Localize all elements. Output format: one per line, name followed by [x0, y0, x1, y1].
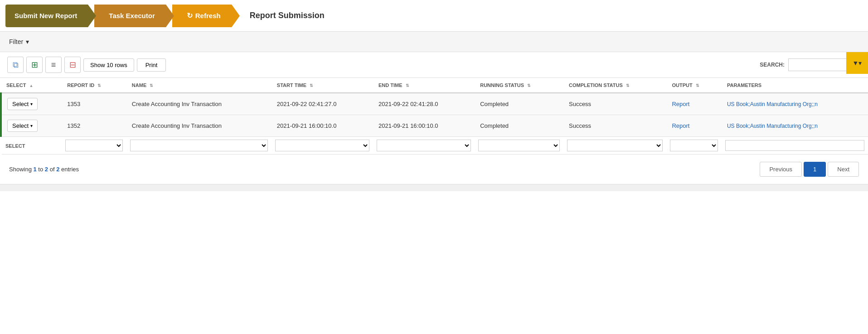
- filter-completion-status-select[interactable]: [567, 140, 663, 151]
- print-label: Print: [145, 62, 158, 68]
- search-area: SEARCH:: [760, 58, 861, 71]
- showing-to: 2: [45, 166, 48, 173]
- row1-parameters: US Book;Austin Manufacturing Org;;n: [722, 93, 868, 115]
- excel-icon: ⊞: [31, 60, 38, 70]
- pdf-button[interactable]: ⊟: [64, 57, 81, 73]
- data-table: SELECT ▲ REPORT ID ⇅ NAME ⇅ START TIME ⇅…: [0, 78, 868, 155]
- copy-icon: ⧉: [13, 60, 19, 70]
- page-1-button[interactable]: 1: [804, 162, 826, 177]
- col-toggle-icon: ▼▾: [853, 59, 862, 67]
- next-button[interactable]: Next: [828, 162, 859, 177]
- filter-report-id-cell: [62, 137, 126, 155]
- sort-name-icon: ⇅: [150, 83, 153, 88]
- filter-label: Filter: [9, 38, 23, 45]
- filter-name-select[interactable]: [130, 140, 268, 151]
- sort-output-icon: ⇅: [696, 83, 699, 88]
- next-label: Next: [837, 166, 849, 173]
- filter-name-cell: [126, 137, 272, 155]
- showing-prefix: Showing: [9, 166, 33, 173]
- column-toggle-button[interactable]: ▼▾: [846, 52, 868, 74]
- filter-end-time-select[interactable]: [377, 140, 471, 151]
- submit-new-report-button[interactable]: Submit New Report: [5, 5, 88, 27]
- filter-parameters-cell: [722, 137, 868, 155]
- col-header-running-status[interactable]: RUNNING STATUS ⇅: [475, 78, 563, 93]
- search-label: SEARCH:: [760, 62, 785, 68]
- col-header-completion-status[interactable]: COMPLETION STATUS ⇅: [563, 78, 666, 93]
- filter-running-status-select[interactable]: [478, 140, 560, 151]
- row1-output: Report: [666, 93, 721, 115]
- col-header-start-time[interactable]: START TIME ⇅: [272, 78, 373, 93]
- print-button[interactable]: Print: [137, 58, 166, 72]
- row2-parameters: US Book;Austin Manufacturing Org;;n: [722, 115, 868, 137]
- task-executor-button[interactable]: Task Executor: [94, 5, 165, 27]
- filter-button[interactable]: Filter ▾: [9, 38, 29, 45]
- filter-start-time-select[interactable]: [275, 140, 369, 151]
- row1-select-chevron-icon: ▾: [30, 102, 33, 106]
- filter-chevron-icon: ▾: [26, 38, 29, 45]
- filter-output-cell: [666, 137, 721, 155]
- refresh-button[interactable]: ↻ Refresh: [172, 5, 232, 27]
- show-rows-label: Show 10 rows: [90, 62, 127, 68]
- row1-select-button[interactable]: Select ▾: [7, 98, 38, 110]
- csv-icon: ≡: [51, 60, 56, 70]
- sort-select-icon: ▲: [29, 83, 33, 88]
- col-header-name[interactable]: NAME ⇅: [126, 78, 272, 93]
- row2-output: Report: [666, 115, 721, 137]
- table-filter-row: SELECT: [1, 137, 868, 155]
- filter-bar: Filter ▾: [0, 32, 868, 52]
- pagination-controls: Previous 1 Next: [760, 162, 859, 177]
- filter-parameters-input[interactable]: [725, 140, 864, 151]
- row1-end-time: 2021-09-22 02:41:28.0: [373, 93, 475, 115]
- sort-endtime-icon: ⇅: [406, 83, 409, 88]
- row2-report-link[interactable]: Report: [672, 122, 689, 129]
- filter-end-time-cell: [373, 137, 475, 155]
- table-row: Select ▾ 1352 Create Accounting Inv Tran…: [1, 115, 868, 137]
- page-title: Report Submission: [250, 11, 325, 20]
- copy-button[interactable]: ⧉: [7, 57, 24, 73]
- row1-start-time: 2021-09-22 02:41:27.0: [272, 93, 373, 115]
- row2-select-chevron-icon: ▾: [30, 123, 33, 128]
- row2-select-label: Select: [12, 122, 29, 129]
- previous-label: Previous: [769, 166, 792, 173]
- task-executor-label: Task Executor: [109, 12, 155, 19]
- filter-start-time-cell: [272, 137, 373, 155]
- row2-end-time: 2021-09-21 16:00:10.0: [373, 115, 475, 137]
- refresh-label: Refresh: [195, 12, 221, 19]
- row2-completion-status: Success: [563, 115, 666, 137]
- row2-select-cell: Select ▾: [1, 115, 62, 137]
- row2-start-time: 2021-09-21 16:00:10.0: [272, 115, 373, 137]
- row2-running-status: Completed: [475, 115, 563, 137]
- row1-report-link[interactable]: Report: [672, 101, 689, 107]
- toolbar: ⧉ ⊞ ≡ ⊟ Show 10 rows Print SEARCH: ▼▾: [0, 52, 868, 78]
- csv-button[interactable]: ≡: [45, 57, 62, 73]
- showing-of: 2: [56, 166, 59, 173]
- col-header-output[interactable]: OUTPUT ⇅: [666, 78, 721, 93]
- row1-select-label: Select: [12, 101, 29, 107]
- pdf-icon: ⊟: [69, 60, 76, 70]
- showing-from: 1: [33, 166, 36, 173]
- filter-completion-status-cell: [563, 137, 666, 155]
- filter-report-id-select[interactable]: [65, 140, 123, 151]
- sort-runningstatus-icon: ⇅: [527, 83, 531, 88]
- submit-new-report-label: Submit New Report: [15, 12, 77, 19]
- top-navigation: Submit New Report Task Executor ↻ Refres…: [0, 0, 868, 32]
- previous-button[interactable]: Previous: [760, 162, 802, 177]
- row1-running-status: Completed: [475, 93, 563, 115]
- col-header-parameters[interactable]: PARAMETERS: [722, 78, 868, 93]
- filter-running-status-cell: [475, 137, 563, 155]
- col-header-select[interactable]: SELECT ▲: [1, 78, 62, 93]
- show-rows-button[interactable]: Show 10 rows: [83, 58, 134, 72]
- col-header-report-id[interactable]: REPORT ID ⇅: [62, 78, 126, 93]
- filter-select-label: SELECT: [1, 137, 62, 155]
- col-header-end-time[interactable]: END TIME ⇅: [373, 78, 475, 93]
- sort-reportid-icon: ⇅: [97, 83, 101, 88]
- showing-suffix: entries: [61, 166, 79, 173]
- excel-button[interactable]: ⊞: [26, 57, 43, 73]
- bottom-scrollbar[interactable]: [0, 184, 868, 191]
- row2-select-button[interactable]: Select ▾: [7, 120, 38, 132]
- data-table-container: SELECT ▲ REPORT ID ⇅ NAME ⇅ START TIME ⇅…: [0, 78, 868, 155]
- sort-completionstatus-icon: ⇅: [626, 83, 630, 88]
- row1-completion-status: Success: [563, 93, 666, 115]
- filter-output-select[interactable]: [670, 140, 718, 151]
- row1-report-id: 1353: [62, 93, 126, 115]
